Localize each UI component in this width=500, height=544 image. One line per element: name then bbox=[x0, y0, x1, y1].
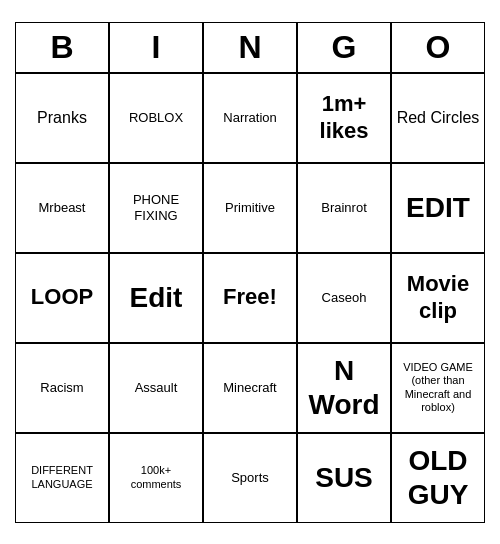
cell-4-3: SUS bbox=[297, 433, 391, 523]
cell-2-2-free: Free! bbox=[203, 253, 297, 343]
cell-1-4: EDIT bbox=[391, 163, 485, 253]
bingo-row: Mrbeast PHONE FIXING Primitive Brainrot … bbox=[15, 163, 485, 253]
bingo-row: DIFFERENT LANGUAGE 100k+ comments Sports… bbox=[15, 433, 485, 523]
cell-2-3: Caseoh bbox=[297, 253, 391, 343]
header-o: O bbox=[391, 22, 485, 73]
cell-0-4: Red Circles bbox=[391, 73, 485, 163]
bingo-row: LOOP Edit Free! Caseoh Movie clip bbox=[15, 253, 485, 343]
cell-1-1: PHONE FIXING bbox=[109, 163, 203, 253]
cell-3-3: N Word bbox=[297, 343, 391, 433]
cell-3-2: Minecraft bbox=[203, 343, 297, 433]
cell-2-0: LOOP bbox=[15, 253, 109, 343]
cell-0-3: 1m+ likes bbox=[297, 73, 391, 163]
header-n: N bbox=[203, 22, 297, 73]
bingo-grid: Pranks ROBLOX Narration 1m+ likes Red Ci… bbox=[15, 73, 485, 523]
cell-0-2: Narration bbox=[203, 73, 297, 163]
header-b: B bbox=[15, 22, 109, 73]
cell-1-2: Primitive bbox=[203, 163, 297, 253]
cell-3-0: Racism bbox=[15, 343, 109, 433]
cell-4-1: 100k+ comments bbox=[109, 433, 203, 523]
cell-4-2: Sports bbox=[203, 433, 297, 523]
cell-3-1: Assault bbox=[109, 343, 203, 433]
cell-2-4: Movie clip bbox=[391, 253, 485, 343]
cell-0-0: Pranks bbox=[15, 73, 109, 163]
header-g: G bbox=[297, 22, 391, 73]
bingo-row: Pranks ROBLOX Narration 1m+ likes Red Ci… bbox=[15, 73, 485, 163]
cell-1-3: Brainrot bbox=[297, 163, 391, 253]
bingo-card: B I N G O Pranks ROBLOX Narration 1m+ li… bbox=[15, 22, 485, 523]
header-i: I bbox=[109, 22, 203, 73]
cell-3-4: VIDEO GAME (other than Minecraft and rob… bbox=[391, 343, 485, 433]
bingo-header: B I N G O bbox=[15, 22, 485, 73]
cell-1-0: Mrbeast bbox=[15, 163, 109, 253]
cell-2-1: Edit bbox=[109, 253, 203, 343]
bingo-row: Racism Assault Minecraft N Word VIDEO GA… bbox=[15, 343, 485, 433]
cell-4-0: DIFFERENT LANGUAGE bbox=[15, 433, 109, 523]
cell-4-4: OLD GUY bbox=[391, 433, 485, 523]
cell-0-1: ROBLOX bbox=[109, 73, 203, 163]
